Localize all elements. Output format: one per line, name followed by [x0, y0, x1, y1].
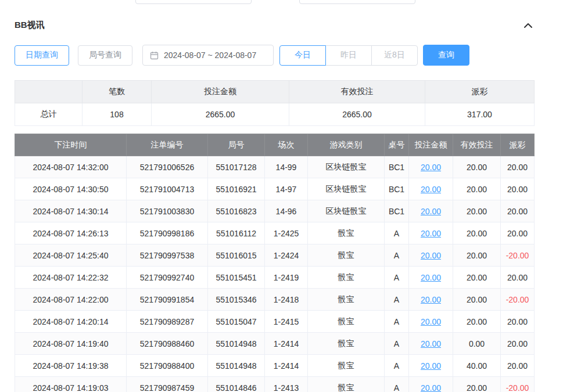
quick-today-button[interactable]: 今日: [279, 45, 326, 66]
top-input-1[interactable]: [135, 0, 252, 4]
summary-table: 笔数 投注金额 有效投注 派彩 总计 108 2665.00 2665.00 3…: [15, 80, 535, 126]
time-cell: 2024-08-07 14:20:14: [15, 311, 127, 333]
round-no-cell: 551015451: [208, 267, 265, 289]
table-no-cell: A: [385, 289, 409, 311]
bet-amount-cell: 20.00: [409, 156, 453, 178]
valid-bet-cell: 40.00: [453, 355, 501, 377]
header-round-number: 局号: [208, 134, 265, 156]
summary-header-row: 笔数 投注金额 有效投注 派彩: [15, 81, 535, 103]
time-cell: 2024-08-07 14:22:32: [15, 267, 127, 289]
quick-last8days-button[interactable]: 近8日: [371, 45, 418, 66]
game-type-cell: 骰宝: [308, 355, 385, 377]
order-no-cell: 521790997538: [127, 244, 208, 267]
game-type-cell: 骰宝: [308, 311, 385, 333]
table-no-cell: BC1: [385, 178, 409, 200]
top-input-2[interactable]: [299, 0, 415, 4]
summary-total-bet-amount: 2665.00: [152, 103, 289, 126]
bet-amount-link[interactable]: 20.00: [421, 317, 441, 326]
bet-amount-link[interactable]: 20.00: [421, 251, 441, 260]
quick-range-group: 今日 昨日 近8日: [279, 45, 418, 66]
summary-total-valid-bet: 2665.00: [289, 103, 425, 126]
bet-amount-link[interactable]: 20.00: [421, 229, 441, 238]
round-no-cell: 551016015: [208, 244, 265, 267]
valid-bet-cell: 20.00: [453, 289, 501, 311]
header-payout: 派彩: [501, 134, 535, 156]
bet-amount-link[interactable]: 20.00: [421, 207, 441, 216]
order-no-cell: 521790992740: [127, 267, 208, 289]
date-query-button[interactable]: 日期查询: [15, 45, 69, 66]
payout-cell: 20.00: [501, 311, 535, 333]
session-cell: 1-2414: [265, 333, 308, 355]
table-row: 2024-08-07 14:19:03521790987459551014846…: [15, 377, 535, 392]
session-cell: 1-2419: [265, 267, 308, 289]
header-order-number: 注单编号: [127, 134, 208, 156]
table-no-cell: BC1: [385, 156, 409, 178]
bet-amount-link[interactable]: 20.00: [421, 273, 441, 282]
summary-total-label: 总计: [15, 103, 83, 126]
valid-bet-cell: 20.00: [453, 200, 501, 222]
round-query-button[interactable]: 局号查询: [78, 45, 132, 66]
bet-amount-link[interactable]: 20.00: [421, 163, 441, 172]
payout-cell: 20.00: [501, 178, 535, 200]
order-no-cell: 521790989287: [127, 311, 208, 333]
game-type-cell: 骰宝: [308, 244, 385, 267]
game-type-cell: 骰宝: [308, 377, 385, 392]
table-no-cell: A: [385, 333, 409, 355]
table-row: 2024-08-07 14:32:00521791006526551017128…: [15, 156, 535, 178]
session-cell: 1-2413: [265, 377, 308, 392]
table-no-cell: A: [385, 244, 409, 267]
bet-amount-link[interactable]: 20.00: [421, 383, 441, 392]
collapse-chevron-up-icon[interactable]: [522, 21, 534, 30]
bet-records-section: BB视讯 日期查询 局号查询 2024-08-07 ~ 2024-08-07 今…: [15, 0, 534, 392]
game-type-cell: 骰宝: [308, 333, 385, 355]
summary-header-payout: 派彩: [425, 81, 535, 103]
bet-amount-link[interactable]: 20.00: [421, 339, 441, 348]
time-cell: 2024-08-07 14:30:14: [15, 200, 127, 222]
bet-amount-link[interactable]: 20.00: [421, 185, 441, 194]
summary-total-row: 总计 108 2665.00 2665.00 317.00: [15, 103, 535, 126]
payout-cell: -20.00: [501, 289, 535, 311]
bet-records-table: 下注时间 注单编号 局号 场次 游戏类别 桌号 投注金额 有效投注 派彩 202…: [15, 134, 535, 392]
payout-cell: -20.00: [501, 244, 535, 267]
bet-amount-link[interactable]: 20.00: [421, 361, 441, 371]
time-cell: 2024-08-07 14:22:00: [15, 289, 127, 311]
session-cell: 1-2424: [265, 244, 308, 267]
time-cell: 2024-08-07 14:32:00: [15, 156, 127, 178]
round-no-cell: 551014846: [208, 377, 265, 392]
game-type-cell: 区块链骰宝: [308, 156, 385, 178]
search-button[interactable]: 查询: [423, 45, 469, 66]
order-no-cell: 521791003830: [127, 200, 208, 222]
game-type-cell: 骰宝: [308, 222, 385, 244]
bet-amount-cell: 20.00: [409, 355, 453, 377]
header-valid-bet: 有效投注: [453, 134, 501, 156]
filter-bar: 日期查询 局号查询 2024-08-07 ~ 2024-08-07 今日 昨日 …: [15, 45, 534, 66]
payout-cell: 20.00: [501, 200, 535, 222]
table-row: 2024-08-07 14:30:50521791004713551016921…: [15, 178, 535, 200]
bet-amount-link[interactable]: 20.00: [421, 295, 441, 304]
order-no-cell: 521791006526: [127, 156, 208, 178]
bet-amount-cell: 20.00: [409, 222, 453, 244]
section-title: BB视讯: [15, 20, 45, 31]
header-bet-amount: 投注金额: [409, 134, 453, 156]
round-no-cell: 551016823: [208, 200, 265, 222]
order-no-cell: 521791004713: [127, 178, 208, 200]
bet-amount-cell: 20.00: [409, 377, 453, 392]
date-range-value: 2024-08-07 ~ 2024-08-07: [164, 51, 256, 60]
table-row: 2024-08-07 14:19:40521790988460551014948…: [15, 333, 535, 355]
quick-yesterday-button[interactable]: 昨日: [325, 45, 372, 66]
table-header-row: 下注时间 注单编号 局号 场次 游戏类别 桌号 投注金额 有效投注 派彩: [15, 134, 535, 156]
round-no-cell: 551017128: [208, 156, 265, 178]
section-header: BB视讯: [15, 0, 534, 31]
valid-bet-cell: 20.00: [453, 222, 501, 244]
valid-bet-cell: 0.00: [453, 333, 501, 355]
header-bet-time: 下注时间: [15, 134, 127, 156]
header-game-type: 游戏类别: [308, 134, 385, 156]
time-cell: 2024-08-07 14:26:13: [15, 222, 127, 244]
table-row: 2024-08-07 14:25:40521790997538551016015…: [15, 244, 535, 267]
table-no-cell: A: [385, 377, 409, 392]
date-range-input[interactable]: 2024-08-07 ~ 2024-08-07: [142, 45, 274, 66]
calendar-icon: [150, 51, 159, 60]
summary-total-count: 108: [83, 103, 152, 126]
table-no-cell: BC1: [385, 200, 409, 222]
bet-amount-cell: 20.00: [409, 267, 453, 289]
